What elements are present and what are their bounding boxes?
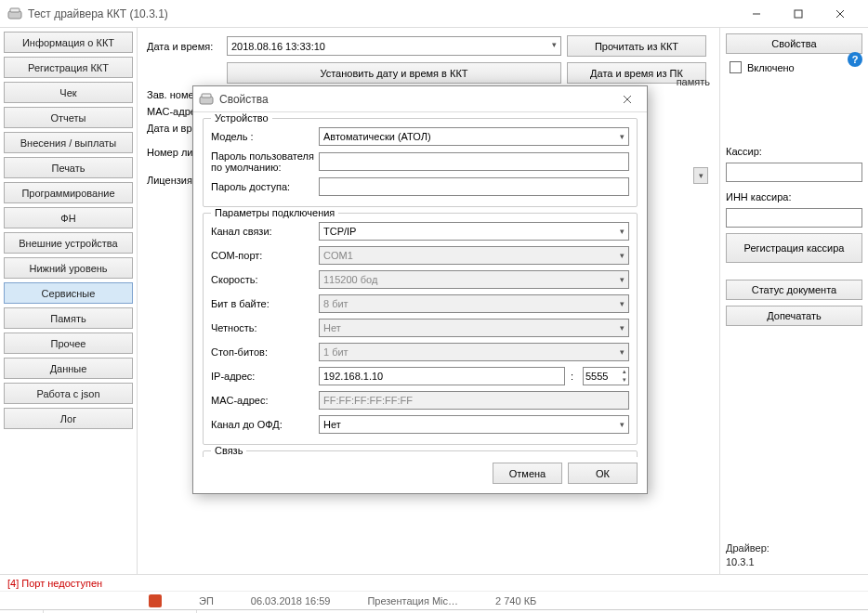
sidebar-item-deposits[interactable]: Внесения / выплаты (4, 132, 133, 153)
parity-label: Четность: (211, 322, 315, 333)
sidebar-item-external[interactable]: Внешние устройства (4, 232, 133, 254)
read-from-kkt-button[interactable]: Прочитать из ККТ (567, 35, 706, 57)
dialog-title: Свойства (219, 93, 613, 106)
minimize-button[interactable] (735, 1, 777, 27)
mac-field-label: MAC-адрес: (211, 395, 315, 406)
memory-trunc-label: память (677, 76, 710, 87)
user-pwd-input[interactable] (319, 152, 629, 171)
sidebar: Информация о ККТ Регистрация ККТ Чек Отч… (0, 28, 138, 574)
explorer-statusbar: : 18 Выбран 1 элемент: 525 КБ (0, 609, 868, 613)
maximize-button[interactable] (777, 1, 819, 27)
enabled-label: Включено (747, 62, 795, 73)
cashier-label: Кассир: (726, 146, 862, 157)
right-panel: Свойства Включено Кассир: ИНН кассира: Р… (719, 28, 868, 574)
sidebar-item-lowlevel[interactable]: Нижний уровень (4, 257, 133, 279)
help-icon[interactable]: ? (848, 52, 862, 67)
spin-button-peek[interactable]: ▾ (693, 167, 708, 184)
parity-select: Нет (319, 319, 629, 337)
stop-label: Стоп-битов: (211, 346, 315, 358)
sidebar-item-memory[interactable]: Память (4, 307, 133, 329)
port-spinner[interactable]: 5555 (583, 367, 629, 385)
user-pwd-label: Пароль пользователя по умолчанию: (211, 150, 315, 173)
connection-group: Параметры подключения Канал связи: TCP/I… (203, 213, 638, 445)
sidebar-item-registration[interactable]: Регистрация ККТ (4, 57, 133, 78)
svg-rect-7 (202, 94, 211, 98)
sidebar-item-info[interactable]: Информация о ККТ (4, 32, 133, 53)
window-title: Тест драйвера ККТ (10.3.1) (28, 7, 735, 20)
status-error: [4] Порт недоступен (0, 574, 868, 591)
properties-button[interactable]: Свойства (726, 33, 862, 54)
speed-label: Скорость: (211, 274, 315, 285)
explorer-file-strip: ЭП 06.03.2018 16:59 Презентация Mic… 2 7… (0, 591, 868, 609)
datetime-dropdown[interactable]: 2018.08.16 13:33:10 (227, 36, 561, 56)
enabled-checkbox[interactable] (730, 61, 742, 73)
model-label: Модель : (211, 131, 315, 142)
register-cashier-button[interactable]: Регистрация кассира (726, 233, 862, 263)
com-select: COM1 (319, 246, 629, 265)
datetime-label: Дата и время: (147, 41, 221, 52)
bits-label: Бит в байте: (211, 298, 315, 309)
cashier-input[interactable] (726, 163, 862, 182)
sidebar-item-json[interactable]: Работа с json (4, 383, 133, 404)
sidebar-item-programming[interactable]: Программирование (4, 182, 133, 203)
stop-select: 1 бит (319, 343, 629, 361)
ok-button[interactable]: ОК (568, 463, 638, 484)
close-button[interactable] (819, 1, 861, 27)
cancel-button[interactable]: Отмена (493, 463, 562, 484)
properties-dialog: Свойства Устройство Модель : Автоматичес… (192, 85, 648, 494)
main-titlebar: Тест драйвера ККТ (10.3.1) (0, 0, 868, 28)
sidebar-item-print[interactable]: Печать (4, 157, 133, 178)
access-pwd-input[interactable] (319, 177, 629, 196)
access-pwd-label: Пароль доступа: (211, 181, 315, 192)
dialog-titlebar: Свойства (193, 86, 647, 112)
enabled-checkbox-row[interactable]: Включено (726, 59, 862, 75)
sidebar-item-log[interactable]: Лог (4, 408, 133, 429)
svg-rect-1 (10, 8, 20, 12)
mac-input: FF:FF:FF:FF:FF:FF (319, 391, 629, 410)
app-icon (7, 7, 22, 21)
reprint-button[interactable]: Допечатать (726, 306, 862, 326)
cashier-inn-label: ИНН кассира: (726, 191, 862, 202)
link-group: Связь Результат: Поиск Проверка связи Па… (203, 450, 638, 457)
ppt-icon (149, 594, 162, 607)
set-datetime-button[interactable]: Установить дату и время в ККТ (227, 62, 561, 84)
bits-select: 8 бит (319, 294, 629, 313)
model-select[interactable]: Автоматически (АТОЛ) (319, 127, 629, 146)
svg-rect-3 (795, 10, 802, 18)
ofd-label: Канал до ОФД: (211, 419, 315, 430)
device-group: Устройство Модель : Автоматически (АТОЛ)… (203, 118, 638, 207)
sidebar-item-check[interactable]: Чек (4, 82, 133, 103)
com-label: COM-порт: (211, 250, 315, 261)
driver-info: Драйвер: 10.3.1 (726, 541, 862, 568)
sidebar-item-reports[interactable]: Отчеты (4, 107, 133, 128)
doc-status-button[interactable]: Статус документа (726, 280, 862, 300)
dialog-close-button[interactable] (613, 89, 641, 110)
window-controls (735, 1, 861, 27)
ip-label: IP-адрес: (211, 371, 315, 382)
sidebar-item-fn[interactable]: ФН (4, 207, 133, 228)
cashier-inn-input[interactable] (726, 208, 862, 228)
speed-select: 115200 бод (319, 270, 629, 289)
sidebar-item-service[interactable]: Сервисные (4, 282, 133, 304)
dialog-icon (199, 92, 214, 107)
channel-select[interactable]: TCP/IP (319, 222, 629, 241)
ip-input[interactable]: 192.168.1.10 (319, 367, 565, 385)
sidebar-item-other[interactable]: Прочее (4, 333, 133, 354)
ofd-select[interactable]: Нет (319, 415, 629, 434)
channel-label: Канал связи: (211, 226, 315, 237)
sidebar-item-data[interactable]: Данные (4, 358, 133, 379)
